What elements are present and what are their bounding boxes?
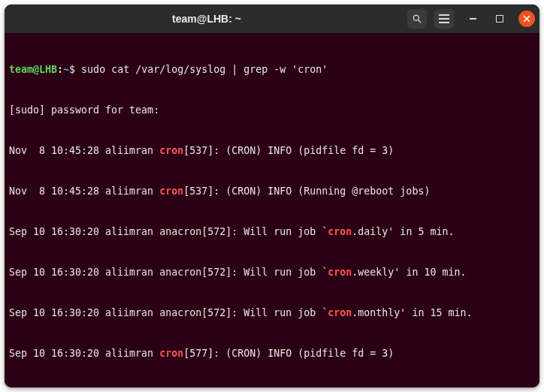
grep-match: cron bbox=[328, 307, 352, 318]
hamburger-icon bbox=[439, 14, 449, 23]
grep-match: cron bbox=[159, 145, 183, 156]
output-line: Sep 10 16:30:20 aliimran anacron[572]: W… bbox=[9, 225, 535, 239]
minimize-button[interactable] bbox=[464, 11, 481, 27]
output-line: Nov 8 10:45:28 aliimran cron[537]: (CRON… bbox=[9, 185, 535, 198]
output-line: Sep 10 16:30:20 aliimran anacron[572]: W… bbox=[9, 306, 535, 320]
output-line: [sudo] password for team: bbox=[9, 104, 535, 117]
terminal-output[interactable]: team@LHB:~$ sudo cat /var/log/syslog | g… bbox=[5, 33, 539, 387]
svg-line-1 bbox=[419, 20, 422, 23]
svg-point-0 bbox=[413, 15, 419, 20]
grep-match: cron bbox=[159, 185, 183, 197]
maximize-icon bbox=[496, 15, 503, 23]
prompt-sigil: $ bbox=[69, 64, 75, 75]
close-button[interactable] bbox=[518, 11, 535, 27]
grep-match: cron bbox=[328, 226, 352, 237]
output-line: Sep 10 16:30:20 aliimran cron[577]: (CRO… bbox=[9, 347, 535, 360]
menu-button[interactable] bbox=[434, 9, 454, 29]
output-line: Sep 10 16:30:20 aliimran anacron[572]: W… bbox=[9, 266, 535, 279]
maximize-button[interactable] bbox=[491, 11, 508, 27]
prompt-sep: : bbox=[57, 64, 63, 75]
command-text: sudo cat /var/log/syslog | grep -w 'cron… bbox=[81, 64, 328, 75]
search-button[interactable] bbox=[407, 9, 427, 29]
titlebar: team@LHB: ~ bbox=[5, 5, 539, 33]
close-icon bbox=[523, 15, 530, 23]
window-title: team@LHB: ~ bbox=[172, 13, 241, 25]
prompt-path: ~ bbox=[63, 64, 69, 75]
grep-match: cron bbox=[159, 348, 183, 359]
minimize-icon bbox=[470, 18, 476, 20]
terminal-window: team@LHB: ~ team@LHB:~$ sudo ca bbox=[5, 5, 539, 387]
search-icon bbox=[412, 14, 422, 24]
prompt-user: team@LHB bbox=[9, 64, 57, 75]
output-line: Nov 8 10:45:28 aliimran cron[537]: (CRON… bbox=[9, 144, 535, 158]
grep-match: cron bbox=[328, 267, 352, 278]
prompt-line: team@LHB:~$ sudo cat /var/log/syslog | g… bbox=[9, 63, 535, 77]
